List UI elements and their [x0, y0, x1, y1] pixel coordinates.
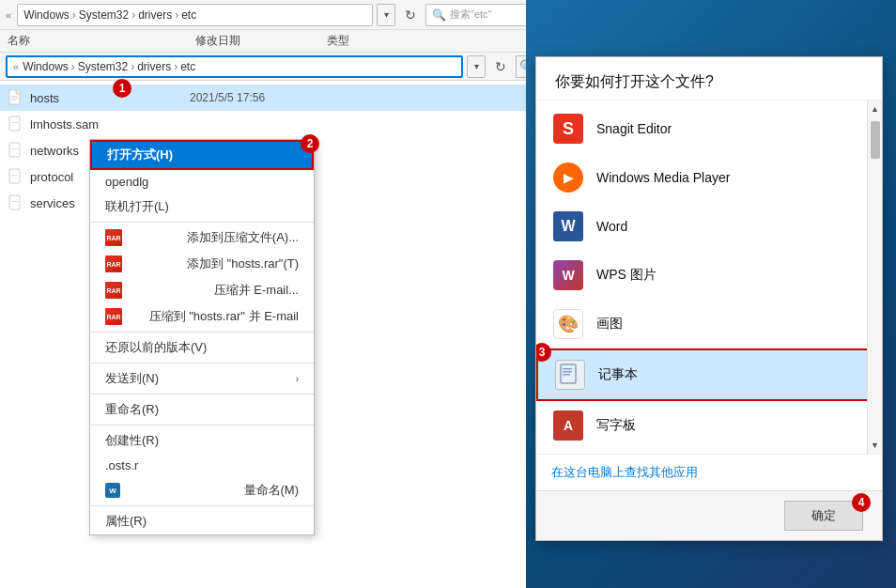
ctx-osts[interactable]: .osts.r [90, 454, 314, 477]
more-apps-link[interactable]: 在这台电脑上查找其他应用 [536, 454, 882, 490]
notepad-icon [555, 360, 585, 390]
app-icon-word: W [551, 209, 585, 243]
ctx-send-to[interactable]: 发送到(N) › [90, 365, 314, 392]
ctx-open-with[interactable]: 打开方式(H) 2 [90, 140, 314, 170]
wps-icon: W [553, 260, 583, 290]
app-name-wordpad: 写字板 [596, 417, 636, 434]
app-name-wps: WPS 图片 [596, 267, 657, 284]
col-name-header: 名称 [8, 33, 195, 49]
ctx-restore-prev-label: 还原以前的版本(V) [105, 339, 207, 356]
ctx-rename2-label: 量命名(M) [244, 482, 300, 499]
file-name-hosts: hosts [30, 91, 190, 105]
addr-windows: Windows [23, 8, 70, 22]
file-item-lmhosts[interactable]: lmhosts.sam [0, 111, 544, 137]
app-list: S Snagit Editor ▶ Windows Media Player W… [536, 101, 882, 454]
ctx-sep3 [90, 363, 314, 364]
col-date-header: 修改日期 [195, 33, 327, 49]
wordpad-icon: A [553, 410, 583, 441]
ctx-rar-icon-2: RAR [105, 255, 122, 272]
addr-etc: etc [181, 8, 196, 22]
svg-rect-13 [563, 368, 572, 370]
annotation-badge-2: 2 [301, 134, 319, 153]
svg-rect-6 [9, 143, 20, 157]
ctx-add-hosts-rar[interactable]: RAR 添加到 "hosts.rar"(T) [90, 251, 314, 277]
app-item-paint[interactable]: 🎨 画图 [536, 300, 882, 348]
svg-rect-1 [11, 96, 18, 97]
snagit-icon: S [553, 114, 583, 144]
ctx-sep4 [90, 394, 314, 395]
ctx-online-open[interactable]: 联机打开(L) [90, 193, 314, 220]
refresh-button[interactable]: ↻ [399, 4, 422, 26]
ctx-rar-icon-4: RAR [105, 308, 122, 325]
scroll-thumb[interactable] [871, 121, 880, 159]
inner-addr-system32: System32 [78, 60, 128, 73]
ctx-add-hosts-rar-label: 添加到 "hosts.rar"(T) [187, 255, 299, 272]
ctx-compress-hosts-email-label: 压缩到 "hosts.rar" 并 E-mail [149, 308, 299, 325]
svg-rect-2 [11, 98, 18, 99]
app-item-notepad[interactable]: 记事本 3 [536, 348, 882, 401]
search-icon: 🔍 [432, 8, 446, 22]
confirm-btn-wrap: 确定 4 [784, 501, 863, 531]
app-name-snagit: Snagit Editor [596, 121, 672, 136]
scroll-down-arrow[interactable]: ▼ [868, 437, 882, 454]
confirm-button[interactable]: 确定 [784, 501, 863, 531]
scroll-up-arrow[interactable]: ▲ [868, 101, 882, 117]
ctx-winzip-icon-label: W [109, 487, 116, 495]
open-with-dialog: 你要如何打开这个文件? S Snagit Editor ▶ Windows Me… [535, 56, 883, 541]
inner-nav-arrows: « [13, 61, 19, 72]
confirm-label: 确定 [811, 508, 836, 522]
ctx-rename2[interactable]: W 量命名(M) [90, 477, 314, 503]
file-date-hosts: 2021/5/5 17:56 [190, 91, 321, 104]
app-icon-snagit: S [551, 112, 585, 146]
ctx-add-archive[interactable]: RAR 添加到压缩文件(A)... [90, 224, 314, 251]
app-item-wordpad[interactable]: A 写字板 [536, 401, 882, 450]
svg-rect-0 [9, 90, 20, 104]
ctx-open-with-label: 打开方式(H) [107, 147, 173, 163]
app-icon-wps: W [551, 258, 585, 292]
ctx-compress-hosts-email[interactable]: RAR 压缩到 "hosts.rar" 并 E-mail [90, 303, 314, 330]
app-item-wmp[interactable]: ▶ Windows Media Player [536, 153, 882, 202]
address-dropdown-btn[interactable]: ▾ [377, 4, 395, 26]
ctx-create[interactable]: 创建性(R) [90, 427, 314, 454]
ctx-properties-label: 属性(R) [105, 513, 147, 530]
ctx-compress-email[interactable]: RAR 压缩并 E-mail... [90, 277, 314, 303]
paint-icon: 🎨 [553, 309, 583, 339]
app-list-scrollbar: ▲ ▼ [867, 101, 882, 454]
file-icon-networks [8, 142, 24, 159]
inner-addr-drivers: drivers [137, 60, 171, 73]
file-icon-services [8, 194, 24, 211]
search-box[interactable]: 🔍 搜索"etc" [425, 4, 538, 26]
app-icon-paint: 🎨 [551, 307, 585, 341]
ctx-rename[interactable]: 重命名(R) [90, 396, 314, 423]
ctx-restore-prev[interactable]: 还原以前的版本(V) [90, 334, 314, 361]
svg-rect-3 [11, 100, 16, 101]
inner-addr-windows: Windows [23, 60, 69, 73]
file-icon-protocol [8, 168, 24, 185]
addr-sep2: › [131, 8, 135, 22]
ctx-sep6 [90, 505, 314, 506]
file-icon-hosts [8, 89, 24, 106]
svg-rect-15 [563, 374, 570, 376]
notepad-svg [560, 364, 580, 386]
inner-refresh-btn[interactable]: ↻ [489, 55, 512, 78]
inner-sep2: › [131, 60, 134, 73]
app-item-snagit[interactable]: S Snagit Editor [536, 104, 882, 153]
app-name-paint: 画图 [596, 316, 623, 333]
inner-sep3: › [174, 60, 178, 73]
inner-addr-etc: etc [180, 60, 195, 73]
inner-dropdown-btn[interactable]: ▾ [467, 55, 486, 78]
app-item-wps[interactable]: W WPS 图片 [536, 251, 882, 300]
inner-address-content[interactable]: « Windows › System32 › drivers › etc [6, 55, 463, 78]
app-icon-wmp: ▶ [551, 161, 585, 194]
app-list-container: S Snagit Editor ▶ Windows Media Player W… [536, 101, 882, 454]
top-address-bar[interactable]: Windows › System32 › drivers › etc [17, 4, 373, 26]
inner-address-bar: « Windows › System32 › drivers › etc ▾ ↻… [0, 53, 544, 81]
ctx-opendlg[interactable]: opendlg [90, 170, 314, 193]
ctx-properties[interactable]: 属性(R) [90, 508, 314, 534]
svg-rect-5 [11, 122, 18, 123]
app-item-word[interactable]: W Word [536, 202, 882, 251]
column-headers: 名称 修改日期 类型 [0, 30, 544, 53]
addr-system32: System32 [79, 8, 129, 22]
file-item-hosts[interactable]: hosts 2021/5/5 17:56 1 [0, 85, 544, 111]
file-icon-lmhosts [8, 116, 24, 132]
